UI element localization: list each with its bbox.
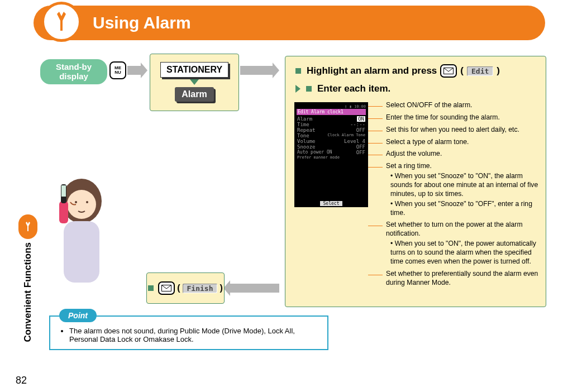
callout-time: Enter the time for sounding the alarm. <box>368 113 542 122</box>
callout-autopower: Set whether to turn on the power at the … <box>368 221 542 266</box>
bullet-square-icon <box>148 285 154 291</box>
ph-alarm-r: ON <box>357 116 365 122</box>
ph-alarm-l: Alarm <box>297 116 312 122</box>
point-badge: Point <box>59 309 97 322</box>
ph-manner-l: Prefer manner mode <box>297 155 340 160</box>
svg-rect-4 <box>64 221 99 283</box>
wrench-icon <box>18 214 37 239</box>
connector-arrow <box>240 66 274 75</box>
svg-point-3 <box>67 190 96 219</box>
enter-items-heading: Enter each item. <box>295 83 537 94</box>
highlight-text: Highlight an alarm and press <box>307 65 437 77</box>
wrench-icon <box>41 2 82 42</box>
point-text: The alarm does not sound, during Public … <box>69 327 319 343</box>
ph-tone-r: Clock Alarm Tone <box>328 133 365 138</box>
mail-key[interactable] <box>158 281 175 295</box>
callout-onoff: Select ON/OFF of the alarm. <box>368 101 542 110</box>
ph-vol-l: Volume <box>297 138 316 144</box>
section-title: Using Alarm <box>93 13 191 32</box>
paren-close: ) <box>497 65 500 77</box>
callout-ringtime-b: • When you set "Snooze" to "OFF", enter … <box>390 200 542 218</box>
ph-auto-r: OFF <box>356 150 365 155</box>
down-triangle-icon <box>190 79 199 85</box>
woman-holding-phone-illustration <box>42 168 118 296</box>
callout-autopower-head: Set whether to turn on the power at the … <box>386 221 542 238</box>
svg-rect-5 <box>59 201 68 223</box>
standby-l2: display <box>59 71 88 81</box>
status-bar: ▯ ▮ 10:00 <box>297 104 366 109</box>
side-category: Convenient Functions <box>18 214 38 382</box>
paren-open: ( <box>177 283 180 293</box>
paren-close: ) <box>220 283 222 293</box>
callout-ringtime: Set a ring time. • When you set "Snooze"… <box>368 162 542 217</box>
ph-snooze-l: Snooze <box>297 144 316 150</box>
paren-open: ( <box>460 65 464 77</box>
section-header: Using Alarm <box>34 6 545 40</box>
ph-snooze-r: OFF <box>356 144 365 150</box>
svg-point-8 <box>75 201 77 203</box>
menu-key[interactable]: ME NU <box>109 61 126 79</box>
finish-step: ( Finish ) <box>146 273 225 304</box>
ph-vol-r: Level 4 <box>344 138 365 144</box>
phone-screenshot: ▯ ▮ 10:00 Edit Alarm clock1 AlarmON Time… <box>294 102 368 207</box>
stationery-step: STATIONERY Alarm <box>150 54 239 111</box>
select-softkey: Select <box>320 201 343 206</box>
page-number: 82 <box>16 375 27 386</box>
mail-key[interactable] <box>440 64 457 78</box>
callout-tone: Select a type of alarm tone. <box>368 138 542 147</box>
ph-time-l: Time <box>297 122 309 127</box>
bullet-square-icon <box>306 86 312 92</box>
point-note: Point The alarm does not sound, during P… <box>49 315 328 350</box>
connector-arrow <box>127 66 142 75</box>
callout-manner: Set whether to preferentially sound the … <box>368 270 542 288</box>
connector-arrow-reverse <box>229 284 279 293</box>
callout-ringtime-a: • When you set "Snooze" to "ON", the ala… <box>390 172 542 199</box>
edit-softkey[interactable]: Edit <box>467 66 493 76</box>
ph-time-r: --:-- <box>350 122 365 127</box>
stationery-label: STATIONERY <box>160 62 228 78</box>
callout-repeat: Set this for when you need to alert dail… <box>368 126 542 135</box>
ph-auto-l: Auto power ON <box>297 150 332 155</box>
standby-display-pill: Stand-by display <box>40 59 107 84</box>
svg-point-9 <box>86 201 88 203</box>
ph-tone-l: Tone <box>297 133 309 138</box>
enter-items-step: Highlight an alarm and press ( Edit ) En… <box>285 56 546 307</box>
bullet-square-icon <box>295 68 301 74</box>
menu-key-l2: NU <box>114 70 121 75</box>
side-category-label: Convenient Functions <box>22 242 34 342</box>
svg-rect-7 <box>61 185 66 197</box>
ph-repeat-r: OFF <box>356 127 365 133</box>
right-triangle-icon <box>295 85 300 93</box>
enter-items-text: Enter each item. <box>317 83 390 94</box>
ph-repeat-l: Repeat <box>297 127 316 133</box>
callout-ringtime-head: Set a ring time. <box>386 162 542 171</box>
callout-volume: Adjust the volume. <box>368 150 542 159</box>
callout-autopower-a: • When you set to "ON", the power automa… <box>390 240 542 266</box>
callout-list: Select ON/OFF of the alarm. Enter the ti… <box>368 101 542 290</box>
highlight-instruction: Highlight an alarm and press ( Edit ) <box>295 64 537 78</box>
finish-softkey[interactable]: Finish <box>183 284 218 293</box>
standby-l1: Stand-by <box>56 62 92 71</box>
alarm-label: Alarm <box>175 87 213 102</box>
screen-title: Edit Alarm clock1 <box>297 109 366 115</box>
